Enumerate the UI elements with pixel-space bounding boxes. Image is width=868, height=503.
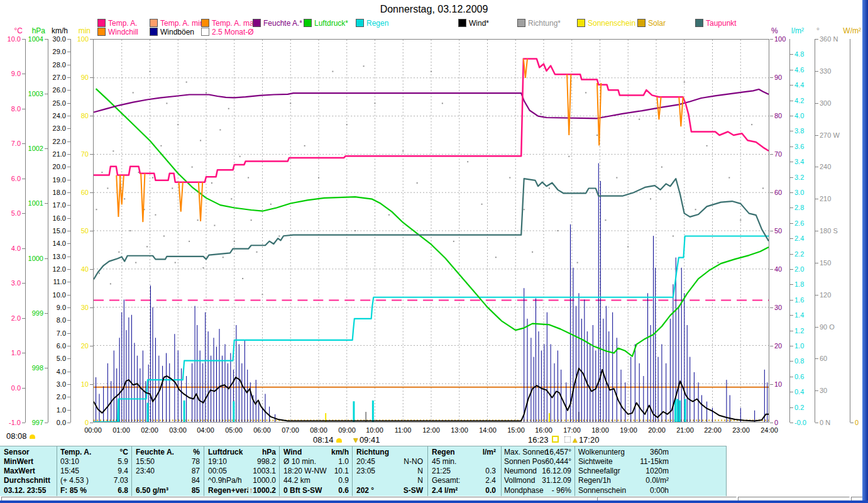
direction-dot bbox=[197, 219, 199, 221]
y-tick-celsius bbox=[22, 109, 25, 109]
y-tick-lm2 bbox=[790, 85, 793, 86]
y-tick-label-min: 30 bbox=[61, 304, 89, 311]
table-cell-value: 78 bbox=[161, 457, 200, 466]
y-tick-lm2 bbox=[790, 131, 793, 131]
legend-item: Taupunkt bbox=[695, 19, 737, 27]
direction-dot bbox=[200, 140, 201, 141]
y-tick-lm2 bbox=[790, 284, 793, 285]
legend-label: Richtung* bbox=[528, 19, 561, 28]
chart-canvas bbox=[94, 40, 769, 422]
direction-dot bbox=[402, 150, 404, 152]
legend-label: Temp. A. min bbox=[160, 19, 204, 28]
y-tick-deg bbox=[815, 167, 818, 167]
windchill-spike bbox=[120, 175, 124, 205]
x-tick-label: 14:00 bbox=[474, 426, 502, 434]
y-tick-label-kmh: 13.0 bbox=[38, 253, 66, 260]
y-tick-deg bbox=[815, 231, 818, 231]
legend-swatch-temp-a-min bbox=[150, 19, 158, 27]
y-tick-label-deg: 0 N bbox=[820, 419, 850, 426]
y-tick-label-kmh: 2.0 bbox=[38, 393, 66, 401]
direction-dot bbox=[541, 113, 542, 114]
y-tick-label-lm2: 2.6 bbox=[794, 219, 825, 227]
y-tick-deg bbox=[815, 39, 818, 40]
y-axis-line-wm2 bbox=[850, 39, 850, 423]
x-tick-label: 06:00 bbox=[248, 426, 276, 434]
direction-dot bbox=[728, 177, 730, 179]
y-tick-label-lm2: 0.2 bbox=[794, 404, 825, 411]
y-tick-pct bbox=[770, 423, 773, 423]
y-tick-kmh bbox=[67, 320, 70, 321]
open-square-icon bbox=[552, 436, 559, 443]
y-tick-label-deg: 360 N bbox=[820, 35, 850, 43]
y-tick-label-lm2: 1.8 bbox=[794, 280, 825, 288]
y-tick-pct bbox=[770, 269, 773, 270]
y-tick-deg bbox=[815, 327, 818, 328]
legend-label: Luftdruck* bbox=[314, 19, 348, 28]
direction-dot bbox=[262, 294, 263, 295]
y-tick-lm2 bbox=[790, 238, 793, 239]
y-tick-deg bbox=[815, 103, 818, 104]
y-tick-label-min: 90 bbox=[61, 74, 89, 81]
x-tick-label: 15:00 bbox=[502, 426, 530, 434]
legend-item: Regen bbox=[356, 19, 388, 27]
legend-swatch-solar bbox=[637, 19, 646, 27]
direction-dot bbox=[509, 177, 510, 179]
x-tick-label: 07:00 bbox=[277, 426, 304, 434]
y-tick-label-lm2: 0.6 bbox=[794, 373, 825, 380]
y-tick-pct bbox=[770, 154, 773, 155]
direction-dot bbox=[231, 198, 232, 199]
direction-dot bbox=[442, 102, 443, 104]
legend-swatch-taupunkt bbox=[695, 19, 703, 27]
y-tick-lm2 bbox=[790, 300, 793, 301]
sun-icon bbox=[30, 434, 35, 439]
y-tick-kmh bbox=[67, 141, 70, 142]
direction-dot bbox=[133, 92, 134, 93]
window-border-right bbox=[862, 0, 868, 503]
y-tick-pct bbox=[770, 192, 773, 193]
windchill-spike bbox=[179, 182, 183, 212]
windchill-spike bbox=[679, 97, 683, 126]
table-cell-value: 6.8 bbox=[91, 486, 128, 495]
y-tick-label-kmh: 29.0 bbox=[38, 48, 66, 55]
x-tick-label: 10:00 bbox=[361, 426, 388, 434]
y-tick-label-deg: 90 O bbox=[820, 323, 850, 331]
table-row-header: Durchschnitt bbox=[4, 476, 57, 485]
info-value: 11-15km bbox=[629, 457, 669, 466]
info-value: 1020m bbox=[629, 467, 669, 475]
y-tick-lm2 bbox=[790, 223, 793, 224]
legend-item: Temp. A. max bbox=[201, 19, 258, 27]
table-cell-value: ↑1000.2 bbox=[242, 486, 276, 495]
direction-dot bbox=[467, 161, 468, 162]
legend-label: Temp. A. bbox=[108, 19, 138, 28]
legend-item: Sonnenschein bbox=[577, 19, 635, 27]
sunrise-time: 08:14 bbox=[313, 435, 334, 445]
legend-swatch-windchill bbox=[97, 28, 106, 36]
table-cell-value: 0.9 bbox=[322, 476, 349, 485]
direction-dot bbox=[417, 182, 418, 184]
direction-dot bbox=[616, 177, 617, 179]
y-tick-kmh bbox=[67, 257, 70, 257]
table-cell-value: 998.2 bbox=[242, 457, 276, 466]
direction-dot bbox=[175, 262, 176, 263]
y-tick-label-celsius: 9.0 bbox=[0, 70, 21, 77]
y-tick-label-deg: 120 bbox=[820, 291, 850, 299]
direction-dot bbox=[278, 235, 280, 236]
y-tick-label-celsius: 4.0 bbox=[0, 245, 21, 252]
legend-label: Wind* bbox=[469, 19, 489, 28]
y-tick-kmh bbox=[67, 333, 70, 334]
table-divider bbox=[204, 446, 204, 497]
legend-label: Feuchte A.* bbox=[263, 19, 302, 28]
y-tick-lm2 bbox=[790, 269, 793, 270]
series-luftdruck bbox=[96, 89, 769, 357]
direction-dot bbox=[256, 252, 258, 253]
table-row-header: 03.12. 23:55 bbox=[4, 486, 57, 495]
direction-dot bbox=[695, 209, 696, 210]
direction-dot bbox=[214, 225, 215, 226]
table-row-header: MinWert bbox=[4, 457, 57, 466]
y-tick-celsius bbox=[22, 353, 25, 353]
table-divider bbox=[501, 446, 502, 497]
info-value: 31.12.09 bbox=[536, 476, 571, 485]
windchill-spike bbox=[597, 83, 601, 145]
y-tick-label-min: 20 bbox=[61, 342, 89, 350]
y-tick-label-kmh: 14.0 bbox=[38, 240, 66, 247]
